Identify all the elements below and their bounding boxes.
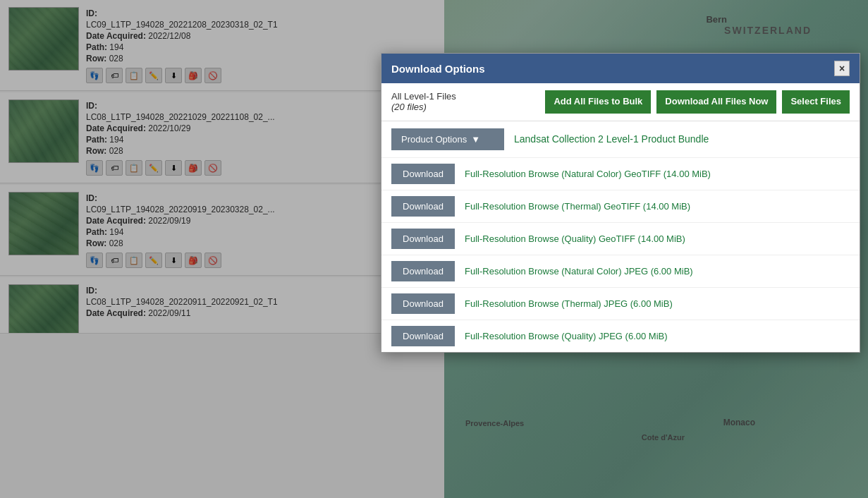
download-row: DownloadFull-Resolution Browse (Quality)…	[381, 320, 860, 352]
download-file-label: Full-Resolution Browse (Quality) JPEG (6…	[465, 331, 668, 341]
download-file-button[interactable]: Download	[391, 196, 455, 217]
download-file-button[interactable]: Download	[391, 229, 455, 249]
download-row: DownloadFull-Resolution Browse (Quality)…	[381, 223, 860, 255]
download-all-files-button[interactable]: Download All Files Now	[656, 90, 776, 114]
download-options-modal: Download Options × All Level-1 Files (20…	[381, 53, 860, 353]
product-options-label: Product Options	[401, 134, 467, 145]
modal-toolbar: All Level-1 Files (20 files) Add All Fil…	[381, 83, 860, 121]
modal-header: Download Options ×	[381, 54, 860, 83]
files-line1: All Level-1 Files	[391, 91, 539, 102]
modal-close-button[interactable]: ×	[834, 61, 850, 76]
download-file-label: Full-Resolution Browse (Thermal) GeoTIFF…	[465, 201, 690, 212]
product-options-row: Product Options ▼ Landsat Collection 2 L…	[381, 121, 860, 158]
product-options-button[interactable]: Product Options ▼	[391, 128, 504, 150]
download-file-label: Full-Resolution Browse (Quality) GeoTIFF…	[465, 233, 685, 244]
download-rows: DownloadFull-Resolution Browse (Natural …	[381, 158, 860, 352]
chevron-down-icon: ▼	[471, 134, 480, 145]
select-files-button[interactable]: Select Files	[782, 90, 850, 114]
download-file-label: Full-Resolution Browse (Natural Color) J…	[465, 266, 693, 277]
download-row: DownloadFull-Resolution Browse (Thermal)…	[381, 190, 860, 223]
add-all-to-bulk-button[interactable]: Add All Files to Bulk	[545, 90, 651, 114]
files-info: All Level-1 Files (20 files)	[391, 91, 539, 112]
modal-body: Product Options ▼ Landsat Collection 2 L…	[381, 121, 860, 352]
download-file-button[interactable]: Download	[391, 164, 455, 184]
download-row: DownloadFull-Resolution Browse (Natural …	[381, 158, 860, 190]
product-bundle-label: Landsat Collection 2 Level-1 Product Bun…	[514, 133, 709, 145]
download-row: DownloadFull-Resolution Browse (Thermal)…	[381, 288, 860, 320]
files-line2: (20 files)	[391, 102, 539, 112]
download-file-button[interactable]: Download	[391, 326, 455, 346]
download-file-label: Full-Resolution Browse (Thermal) JPEG (6…	[465, 298, 673, 309]
download-file-button[interactable]: Download	[391, 261, 455, 281]
download-row: DownloadFull-Resolution Browse (Natural …	[381, 255, 860, 288]
modal-title: Download Options	[391, 63, 485, 75]
download-file-button[interactable]: Download	[391, 293, 455, 314]
download-file-label: Full-Resolution Browse (Natural Color) G…	[465, 169, 711, 179]
